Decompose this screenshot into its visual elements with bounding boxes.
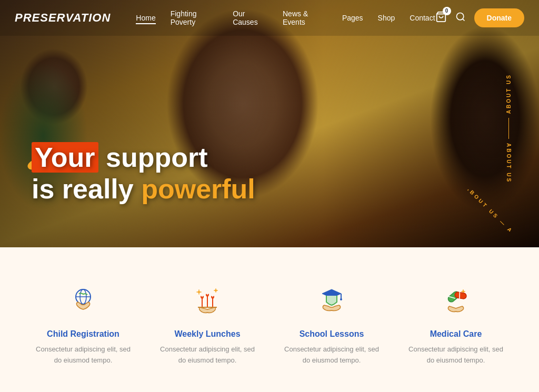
feature-child-registration: Child Registration Consectetur adipiscin… bbox=[21, 279, 145, 366]
svg-point-8 bbox=[340, 298, 342, 300]
hero-your: Your bbox=[32, 142, 98, 173]
nav-home[interactable]: Home bbox=[136, 14, 155, 22]
child-registration-icon bbox=[65, 282, 101, 318]
cart-count: 0 bbox=[443, 7, 451, 15]
about-corner-text: ABOUT US — ABOUT US bbox=[465, 189, 539, 232]
about-us-label-up: ABOUT US bbox=[506, 74, 512, 114]
school-lessons-icon-wrap bbox=[311, 279, 353, 321]
search-icon[interactable] bbox=[455, 12, 466, 25]
nav-news-events[interactable]: News & Events bbox=[283, 9, 327, 26]
nav-actions: 0 Donate bbox=[435, 8, 524, 27]
hero-line-2: is really powerful bbox=[32, 174, 255, 205]
hero-support: support bbox=[106, 142, 208, 173]
child-registration-title: Child Registration bbox=[47, 329, 119, 339]
school-lessons-title: School Lessons bbox=[300, 329, 364, 339]
about-corner-wrap: ABOUT US — ABOUT US bbox=[460, 189, 539, 232]
school-lessons-icon bbox=[314, 282, 350, 318]
nav-shop[interactable]: Shop bbox=[378, 14, 395, 22]
feature-school-lessons: School Lessons Consectetur adipiscing el… bbox=[270, 279, 394, 366]
weekly-lunches-icon-wrap bbox=[186, 279, 228, 321]
weekly-lunches-icon bbox=[189, 282, 225, 318]
nav-links: Home Fighting Poverty Our Causes News & … bbox=[136, 9, 435, 26]
feature-medical-care: Medical Care Consectetur adipiscing elit… bbox=[394, 279, 518, 366]
hero-is-really: is really bbox=[32, 174, 141, 204]
nav-our-causes[interactable]: Our Causes bbox=[233, 9, 268, 26]
hero-section: Your support is really powerful ABOUT US… bbox=[0, 0, 539, 247]
site-logo[interactable]: Preservation bbox=[15, 11, 111, 25]
weekly-lunches-title: Weekly Lunches bbox=[174, 329, 240, 339]
hero-line-1: Your support bbox=[32, 142, 255, 174]
hero-title: Your support is really powerful bbox=[32, 142, 255, 205]
svg-point-1 bbox=[456, 13, 463, 19]
hero-overlay bbox=[0, 0, 539, 247]
medical-care-desc: Consectetur adipiscing elit, sed do eius… bbox=[404, 344, 507, 366]
cart-icon[interactable]: 0 bbox=[435, 11, 447, 25]
nav-fighting-poverty[interactable]: Fighting Poverty bbox=[171, 9, 218, 26]
child-registration-icon-wrap bbox=[62, 279, 104, 321]
hero-powerful: powerful bbox=[141, 174, 255, 204]
hero-content: Your support is really powerful bbox=[32, 142, 255, 205]
navbar: Preservation Home Fighting Poverty Our C… bbox=[0, 0, 539, 36]
weekly-lunches-desc: Consectetur adipiscing elit, sed do eius… bbox=[156, 344, 259, 366]
donate-button[interactable]: Donate bbox=[474, 8, 524, 27]
about-us-sidebar: ABOUT US ABOUT US bbox=[506, 74, 512, 183]
medical-care-icon-wrap bbox=[435, 279, 477, 321]
about-line bbox=[508, 118, 509, 139]
feature-weekly-lunches: Weekly Lunches Consectetur adipiscing el… bbox=[145, 279, 270, 366]
nav-pages[interactable]: Pages bbox=[342, 14, 363, 22]
medical-care-title: Medical Care bbox=[430, 329, 482, 339]
nav-contact[interactable]: Contact bbox=[410, 14, 435, 22]
features-section: Child Registration Consectetur adipiscin… bbox=[0, 247, 539, 392]
about-us-label-down: ABOUT US bbox=[506, 143, 512, 183]
child-registration-desc: Consectetur adipiscing elit, sed do eius… bbox=[32, 344, 135, 366]
school-lessons-desc: Consectetur adipiscing elit, sed do eius… bbox=[280, 344, 383, 366]
medical-care-icon bbox=[438, 282, 474, 318]
